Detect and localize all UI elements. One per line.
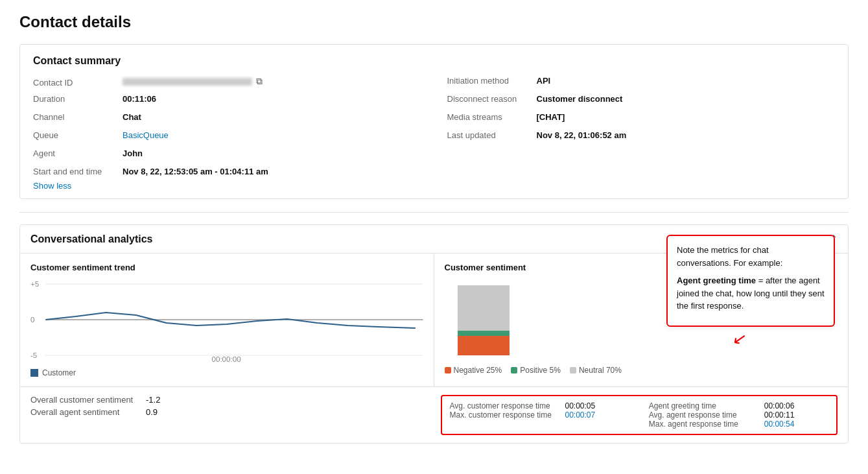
field-row-last-updated: Last updated Nov 8, 22, 01:06:52 am xyxy=(447,130,836,145)
summary-right: Initiation method API Disconnect reason … xyxy=(447,76,836,181)
summary-left: Contact ID ⧉ Duration 00:11:06 Channel C… xyxy=(33,76,421,181)
customer-legend-color xyxy=(30,369,38,377)
negative-bar xyxy=(458,336,510,355)
negative-legend: Negative 25% xyxy=(445,366,502,375)
avg-agent-response-value: 00:00:11 xyxy=(764,410,795,420)
svg-text:+5: +5 xyxy=(30,281,39,288)
sentiment-legend: Negative 25% Positive 5% Neutral 70% xyxy=(445,366,622,375)
sentiment-trend-chart: +5 0 -5 00:00:00 xyxy=(30,279,423,363)
metrics-container: Overall customer sentiment -1.2 Overall … xyxy=(20,387,848,443)
avg-agent-response-row: Avg. agent response time 00:00:11 xyxy=(649,410,828,420)
field-row-media: Media streams [CHAT] xyxy=(447,112,836,126)
sentiment-trend-svg: +5 0 -5 00:00:00 xyxy=(30,279,423,363)
agent-label: Agent xyxy=(33,148,117,158)
positive-legend: Positive 5% xyxy=(511,366,561,375)
svg-text:0: 0 xyxy=(30,316,34,324)
analytics-title: Conversational analytics xyxy=(30,233,153,245)
queue-label: Queue xyxy=(33,130,117,140)
contact-id-label: Contact ID xyxy=(33,78,117,88)
last-updated-label: Last updated xyxy=(447,130,532,140)
callout-text2: Agent greeting time = after the agent jo… xyxy=(677,274,825,313)
channel-label: Channel xyxy=(33,112,117,122)
overall-agent-sentiment-row: Overall agent sentiment 0.9 xyxy=(30,407,428,417)
overall-customer-sentiment-row: Overall customer sentiment -1.2 xyxy=(30,395,428,405)
max-agent-response-row: Max. agent response time 00:00:54 xyxy=(649,420,828,429)
disconnect-label: Disconnect reason xyxy=(447,94,532,104)
field-row-duration: Duration 00:11:06 xyxy=(33,94,421,108)
overall-agent-label: Overall agent sentiment xyxy=(30,407,141,417)
max-customer-response-row: Max. customer response time 00:00:07 xyxy=(450,410,629,420)
queue-value[interactable]: BasicQueue xyxy=(123,130,169,140)
positive-dot xyxy=(511,367,517,373)
sentiment-trend-title: Customer sentiment trend xyxy=(30,263,423,272)
overall-agent-value: 0.9 xyxy=(146,407,158,417)
callout-box: Note the metrics for chat conversations.… xyxy=(666,235,835,327)
metrics-col-right: Agent greeting time 00:00:06 Avg. agent … xyxy=(649,401,828,429)
copy-icon[interactable]: ⧉ xyxy=(256,76,263,87)
negative-label: Negative 25% xyxy=(454,366,502,375)
field-row-queue: Queue BasicQueue xyxy=(33,130,421,145)
max-agent-response-label: Max. agent response time xyxy=(649,420,759,429)
neutral-label: Neutral 70% xyxy=(579,366,622,375)
positive-label: Positive 5% xyxy=(520,366,561,375)
negative-dot xyxy=(445,367,451,373)
max-customer-response-label: Max. customer response time xyxy=(450,410,560,420)
sentiment-bar xyxy=(458,285,510,355)
summary-grid: Contact ID ⧉ Duration 00:11:06 Channel C… xyxy=(33,76,835,181)
media-label: Media streams xyxy=(447,112,532,122)
disconnect-value: Customer disconnect xyxy=(537,94,623,104)
neutral-legend: Neutral 70% xyxy=(570,366,622,375)
contact-summary-section: Contact summary Contact ID ⧉ Duration 00… xyxy=(19,44,849,199)
avg-customer-response-label: Avg. customer response time xyxy=(450,401,560,410)
svg-text:-5: -5 xyxy=(30,352,37,359)
overall-customer-value: -1.2 xyxy=(146,395,160,405)
svg-text:00:00:00: 00:00:00 xyxy=(211,356,240,363)
metrics-row: Overall customer sentiment -1.2 Overall … xyxy=(20,387,848,443)
agent-greeting-value: 00:00:06 xyxy=(764,401,795,410)
start-end-value: Nov 8, 22, 12:53:05 am - 01:04:11 am xyxy=(123,167,268,176)
page-title: Contact details xyxy=(19,13,849,31)
initiation-value: API xyxy=(537,76,551,86)
metrics-right-group: Avg. customer response time 00:00:05 Max… xyxy=(441,395,838,435)
contact-id-value: ⧉ xyxy=(123,76,263,87)
neutral-bar xyxy=(458,285,510,331)
agent-value: John xyxy=(123,148,143,158)
section-divider xyxy=(19,212,849,213)
last-updated-value: Nov 8, 22, 01:06:52 am xyxy=(537,130,627,140)
analytics-section: Conversational analytics ⌃ Customer sent… xyxy=(19,224,849,444)
initiation-label: Initiation method xyxy=(447,76,532,86)
callout-text1: Note the metrics for chat conversations.… xyxy=(677,244,825,269)
contact-id-blurred xyxy=(123,78,252,86)
duration-value: 00:11:06 xyxy=(123,94,156,104)
channel-value: Chat xyxy=(123,112,141,122)
overall-customer-label: Overall customer sentiment xyxy=(30,395,141,405)
start-end-label: Start and end time xyxy=(33,167,117,176)
agent-greeting-row: Agent greeting time 00:00:06 xyxy=(649,401,828,410)
avg-agent-response-label: Avg. agent response time xyxy=(649,410,759,420)
field-row-disconnect: Disconnect reason Customer disconnect xyxy=(447,94,836,108)
field-row-agent: Agent John xyxy=(33,148,421,163)
field-row-channel: Channel Chat xyxy=(33,112,421,126)
metrics-left: Overall customer sentiment -1.2 Overall … xyxy=(30,395,428,435)
positive-bar xyxy=(458,331,510,336)
show-less-button[interactable]: Show less xyxy=(33,181,71,191)
sentiment-trend-panel: Customer sentiment trend +5 0 -5 0 xyxy=(20,254,434,386)
avg-customer-response-row: Avg. customer response time 00:00:05 xyxy=(450,401,629,410)
field-row-start-end: Start and end time Nov 8, 22, 12:53:05 a… xyxy=(33,167,421,181)
contact-summary-title: Contact summary xyxy=(33,55,835,67)
duration-label: Duration xyxy=(33,94,117,104)
customer-sentiment-title: Customer sentiment xyxy=(445,263,526,272)
max-agent-response-value[interactable]: 00:00:54 xyxy=(764,420,795,429)
field-row-contact-id: Contact ID ⧉ xyxy=(33,76,421,90)
max-customer-response-value[interactable]: 00:00:07 xyxy=(565,410,596,420)
field-row-initiation: Initiation method API xyxy=(447,76,836,90)
sentiment-bar-container xyxy=(458,285,510,355)
metrics-col-left: Avg. customer response time 00:00:05 Max… xyxy=(450,401,629,429)
customer-legend-label: Customer xyxy=(42,368,76,377)
neutral-dot xyxy=(570,367,576,373)
avg-customer-response-value: 00:00:05 xyxy=(565,401,596,410)
media-value: [CHAT] xyxy=(537,112,565,122)
sentiment-trend-legend: Customer xyxy=(30,368,423,377)
agent-greeting-label: Agent greeting time xyxy=(649,401,759,410)
